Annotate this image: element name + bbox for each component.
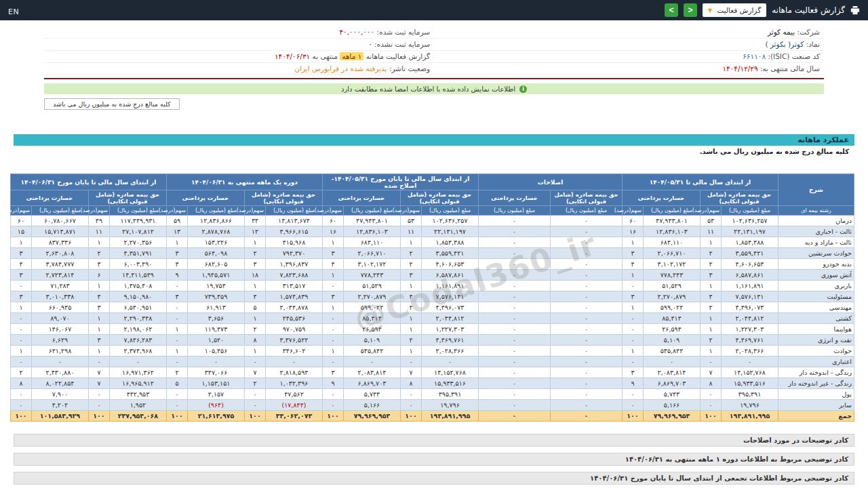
cell-value: ۱۹۴,۸۹۱,۹۹۵ [422,411,479,422]
col-subheader-claims: خسارت پرداختی [479,190,551,206]
language-toggle[interactable]: EN [8,7,19,16]
cell-value: ۰ [10,400,31,411]
cell-value: ۴۱۵,۹۶۸ [266,237,323,248]
cell-value: ۴۳,۰۶۲,۰۷۳ [266,411,323,422]
cell-value: ۸۵,۴۱۴ [644,313,701,324]
cell-value: ۱۰۰ [245,411,266,422]
unregistered-capital-field: سرمایه ثبت نشده: ۰ [44,39,434,50]
cell-value: ۱۶ [623,226,644,237]
cell-value: ۰ [623,335,644,346]
cell-value: ۵۳۵,۸۴۲ [644,346,701,357]
cell-value: ۰ [323,400,344,411]
cell-value: ۱ [701,237,722,248]
cell-value: ۰ [109,357,166,367]
company-info: شرکت: بیمه کوثر سرمایه ثبت شده: ۴۰,۰۰۰,۰… [44,20,824,79]
print-icon[interactable] [850,5,860,15]
cell-value: ۵ [166,378,187,389]
cell-value: ۹ [166,270,187,281]
cell-value: ۱ [323,237,344,248]
row-label: حوادث سرنشین [778,248,854,259]
cell-value: ۲,۲۷۰,۸۷۹ [344,291,401,302]
cell-value: ۳۹۵,۳۹۱ [722,389,778,400]
report-type-select[interactable]: گزارش فعالیت ▼ [703,3,766,17]
cell-value: ۰ [479,248,551,259]
cell-value: ۳ [401,270,422,281]
cell-value: ۲,۳۷۴,۹۶۸ [109,346,166,357]
cell-value: ۰ [551,302,623,313]
cell-value: ۷۹,۹۶۹,۹۵۴ [644,411,701,422]
cell-value: ۳۴۷,۰۶۶ [188,367,245,378]
col-subheader-premium: حق بیمه صادره (شامل قبولی اتکایی) [551,190,623,206]
info-icon: i [519,85,527,93]
cell-value: ۴۴۲,۹۵۳ [109,389,166,400]
cell-value: ۴,۹۶۶,۶۱۵ [266,226,323,237]
cell-value: ۰ [323,281,344,291]
cell-value: ۰ [422,357,479,367]
cell-value: ۱۹,۷۹۶ [422,400,479,411]
cell-value: ۶,۶۲۹ [31,335,88,346]
cell-value: ۱ [701,313,722,324]
cell-value: ۰ [245,389,266,400]
cell-value: ۳,۵۵۹,۴۲۱ [722,248,778,259]
signed-match-text: اطلاعات نمایش داده شده با اطلاعات امضا ش… [341,85,515,93]
comment-bar-period[interactable]: کادر توضیحی مربوط به اطلاعات دوره ۱ ماهه… [14,453,854,466]
registered-capital-field: سرمایه ثبت شده: ۴۰,۰۰۰,۰۰۰ [44,26,434,38]
cell-value: ۲۴۵,۵۳۶ [266,313,323,324]
comment-bar-cumulative[interactable]: کادر توضیحی مربوط اطلاعات تجمعی از ابتدا… [14,472,854,485]
company-field: شرکت: بیمه کوثر [434,26,824,38]
next-report-button[interactable]: > [684,3,697,17]
cell-value: ۶۸۴,۱۱۰ [344,237,401,248]
signed-match-banner: i اطلاعات نمایش داده شده با اطلاعات امضا… [44,83,824,94]
comment-bar-adjustments[interactable]: کادر توضیحات در مورد اصلاحات [14,434,854,447]
col-amount: مبلغ (میلیون ریال) [31,206,88,216]
cell-value: ۰ [323,389,344,400]
cell-value: ۱۵۳,۲۲۶ [188,237,245,248]
col-group-header: از ابتدای سال مالی تا پایان مورخ ۱۴۰۴/۰۵… [323,174,479,190]
cell-value: ۱ [323,346,344,357]
cell-value: ۷,۹۰۰ [31,389,88,400]
cell-value: ۷ [701,367,722,378]
cell-value: ۲ [245,324,266,335]
info-row: شرکت: بیمه کوثر سرمایه ثبت شده: ۴۰,۰۰۰,۰… [44,26,824,39]
cell-value: ۷۹,۹۶۹,۹۵۴ [344,411,401,422]
row-label: کشتی [778,313,854,324]
cell-value: ۶۰ [623,216,644,226]
cell-value: ۶۸۲,۶۰۵ [188,259,245,270]
cell-value: ۰ [479,400,551,411]
table-row: ثالث - اجباری۲۲,۱۴۱,۱۹۷۱۱۱۲,۸۳۶,۱۰۳۱۶۰۰۲… [10,226,854,237]
cell-value: ۲ [701,335,722,346]
cell-value: ۰ [479,270,551,281]
row-label: هواپیما [778,324,854,335]
cell-value: ۱۰۰ [10,411,31,422]
cell-value: ۴,۶۰۶,۶۵۳ [722,259,778,270]
cell-value: ۵۳ [701,216,722,226]
cell-value: ۰ [166,281,187,291]
cell-value: ۸۳۷,۳۳۶ [31,237,88,248]
cell-value: ۳ [323,291,344,302]
cell-value: ۲,۰۶۶,۷۱۰ [644,248,701,259]
cell-value: ۱۵,۷۱۴,۸۷۱ [31,226,88,237]
cell-value: ۱۱۹,۴۷۳ [188,324,245,335]
col-amount: مبلغ (میلیون ریال) [422,206,479,216]
prev-report-button[interactable]: < [665,3,678,17]
cell-value: ۶۰,۷۸۰,۶۶۷ [31,216,88,226]
col-group-header: از ابتدای سال مالی تا ۱۴۰۴/۰۵/۳۱ [623,174,778,190]
cell-value: ۵,۱۰۹ [344,335,401,346]
cell-value: ۸ [10,378,31,389]
cell-value: ۰ [266,357,323,367]
row-label: مهندسی [778,302,854,313]
cell-value: ۰ [10,389,31,400]
cell-value: ۷,۵۷۶,۱۴۱ [722,291,778,302]
cell-value: ۰ [323,357,344,367]
cell-value: ۲ [88,248,109,259]
topbar: EN گزارش فعالیت ماهانه گزارش فعالیت ▼ > … [0,0,868,20]
cell-value: ۰ [551,324,623,335]
cell-value: ۱,۸۵۴,۳۸۸ [422,237,479,248]
col-amount: مبلغ (میلیون ریال) [722,206,778,216]
cell-value: ۲ [245,378,266,389]
cell-value: ۲,۰۴۴,۸۷۸ [266,302,323,313]
cell-value: ۴ [10,259,31,270]
row-label: پول [778,389,854,400]
cell-value: ۳۴۶,۶۰۲ [266,346,323,357]
cell-value: ۶,۰۰۳,۴۹۰ [109,259,166,270]
